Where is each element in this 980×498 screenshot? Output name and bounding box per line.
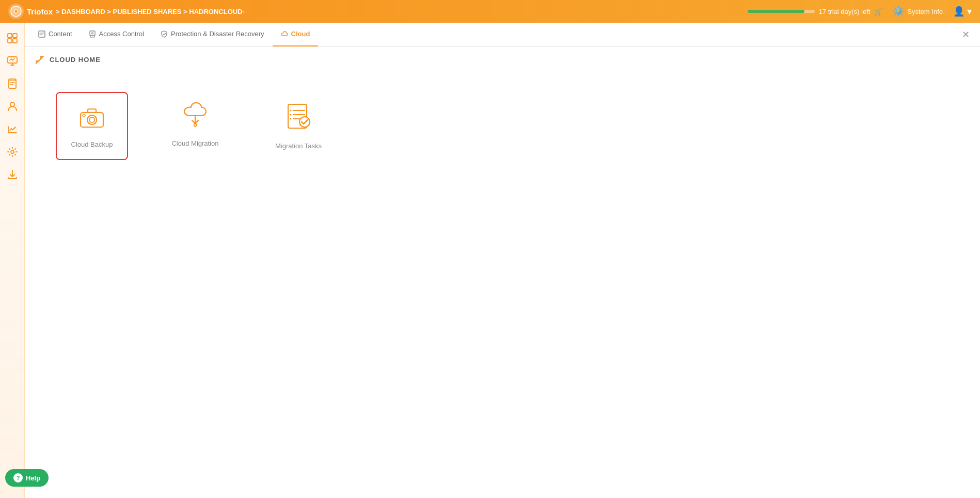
svg-rect-3 — [13, 34, 17, 38]
tabs-close-button[interactable]: ✕ — [957, 29, 975, 40]
tab-access-control[interactable]: Access Control — [81, 23, 152, 46]
sidebar-item-download[interactable] — [2, 164, 23, 185]
cloud-migration-icon — [180, 102, 211, 132]
topnav: Triofox > DASHBOARD > PUBLISHED SHARES >… — [0, 0, 980, 23]
topnav-left: Triofox > DASHBOARD > PUBLISHED SHARES >… — [8, 4, 245, 19]
sidebar-item-book[interactable] — [2, 73, 23, 94]
trial-text: 17 trial day(s) left — [819, 8, 871, 15]
sidebar-item-monitor[interactable] — [2, 51, 23, 71]
user-avatar-icon[interactable]: 👤 ▾ — [953, 6, 972, 17]
card-cloud-migration-label: Cloud Migration — [171, 139, 218, 147]
svg-point-20 — [290, 114, 292, 115]
card-cloud-migration[interactable]: Cloud Migration — [159, 92, 231, 160]
help-icon: ? — [13, 473, 23, 483]
svg-rect-10 — [90, 31, 95, 36]
svg-rect-5 — [13, 39, 17, 43]
topnav-logo — [8, 4, 24, 19]
tab-cloud-label: Cloud — [291, 30, 310, 38]
sidebar-item-settings[interactable] — [2, 142, 23, 162]
breadcrumb: > DASHBOARD > PUBLISHED SHARES > HADRONC… — [56, 8, 245, 15]
system-info[interactable]: ⚙️ System Info — [893, 6, 943, 17]
svg-point-14 — [89, 117, 94, 122]
svg-rect-2 — [8, 34, 12, 38]
sidebar-item-users[interactable] — [2, 96, 23, 117]
access-control-tab-icon — [89, 30, 96, 38]
sidebar-item-dashboard[interactable] — [2, 28, 23, 49]
tab-access-control-label: Access Control — [99, 30, 144, 38]
svg-point-13 — [87, 115, 97, 125]
cart-icon[interactable]: 🛒 — [874, 8, 882, 15]
help-button[interactable]: ? Help — [5, 469, 49, 487]
trial-bar — [748, 10, 805, 13]
protection-tab-icon — [161, 30, 168, 38]
tab-protection[interactable]: Protection & Disaster Recovery — [152, 23, 273, 46]
sidebar-item-chart[interactable] — [2, 119, 23, 139]
brand-label: Triofox — [27, 7, 53, 16]
migration-tasks-icon — [283, 102, 314, 135]
content-tab-icon — [38, 30, 45, 38]
tab-protection-label: Protection & Disaster Recovery — [171, 30, 264, 38]
help-label: Help — [26, 474, 40, 482]
card-cloud-backup[interactable]: Cloud Backup — [56, 92, 128, 160]
card-migration-tasks[interactable]: Migration Tasks — [262, 92, 335, 160]
tab-cloud[interactable]: Cloud — [273, 23, 319, 46]
svg-point-16 — [194, 123, 197, 126]
svg-point-21 — [290, 118, 292, 119]
trial-bar-container — [748, 10, 815, 13]
content-area: Content Access Control — [25, 23, 980, 498]
tabs-bar: Content Access Control — [25, 23, 980, 46]
sidebar — [0, 23, 25, 498]
svg-point-7 — [10, 102, 14, 106]
cloud-tab-icon — [281, 30, 288, 38]
cloud-backup-icon — [76, 103, 107, 133]
system-info-label: System Info — [907, 8, 943, 15]
svg-rect-15 — [83, 115, 85, 116]
svg-rect-9 — [39, 31, 45, 37]
svg-point-11 — [91, 33, 93, 34]
svg-point-19 — [290, 110, 292, 111]
svg-rect-4 — [8, 39, 12, 43]
cards-area: Cloud Backup Cloud Migration — [25, 71, 980, 181]
cloud-home-icon — [35, 55, 44, 65]
topnav-right: 17 trial day(s) left 🛒 ⚙️ System Info 👤 … — [748, 6, 972, 17]
card-cloud-backup-label: Cloud Backup — [71, 141, 113, 148]
page-header-title: CLOUD HOME — [50, 56, 101, 64]
gear-icon: ⚙️ — [893, 6, 904, 17]
trial-info: 17 trial day(s) left 🛒 — [748, 8, 883, 15]
tab-content-label: Content — [49, 30, 72, 38]
svg-point-8 — [11, 150, 14, 153]
svg-point-1 — [15, 10, 18, 13]
main-layout: Content Access Control — [0, 23, 980, 498]
card-migration-tasks-label: Migration Tasks — [275, 142, 322, 150]
tab-content[interactable]: Content — [30, 23, 81, 46]
page-header: CLOUD HOME — [25, 46, 980, 71]
